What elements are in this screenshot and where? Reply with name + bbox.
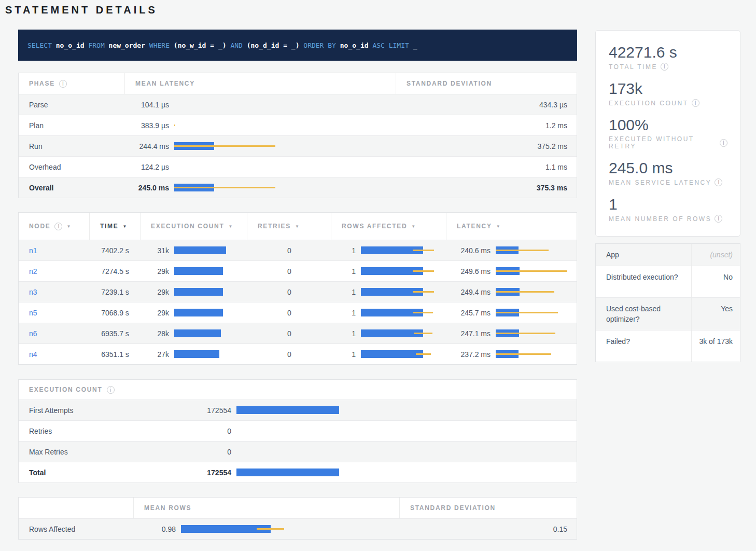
stat-label: MEAN NUMBER OF ROWSi [609, 215, 727, 223]
sql-keyword: SELECT [27, 42, 52, 49]
node-execution-count-cell: 29k [141, 261, 247, 281]
node-rows-affected-cell: 1 [331, 240, 446, 260]
stat-info-icon[interactable]: i [692, 99, 699, 107]
sort-arrow-icon[interactable]: ▼ [229, 224, 234, 229]
stat-value: 1 [609, 195, 727, 214]
latency-value: 249.6 ms [446, 267, 491, 276]
rows-stddev-value: 0.15 [400, 519, 578, 539]
attribute-label: Distributed execution? [596, 266, 692, 297]
column-header-label: ROWS AFFECTED [342, 223, 407, 230]
execution-count-value: 27k [141, 350, 169, 359]
execution-count-value: 31k [141, 246, 169, 255]
execution-count-column-header[interactable]: EXECUTION COUNT▼ [141, 213, 247, 240]
rows-standard-deviation-column-header: STANDARD DEVIATION [400, 498, 578, 518]
rows-affected-column-header[interactable]: ROWS AFFECTED▼ [331, 213, 446, 240]
row-label: Max Retries [29, 448, 68, 456]
sort-arrow-icon[interactable]: ▼ [411, 224, 416, 229]
stddev-whisker [174, 145, 275, 147]
sort-arrow-icon[interactable]: ▼ [122, 224, 128, 229]
node-retries-cell: 0 [247, 302, 331, 323]
execution-count-value: 29k [141, 309, 169, 317]
node-rows-affected-cell: 1 [331, 282, 446, 302]
stat-info-icon[interactable]: i [720, 139, 727, 147]
node-column-header[interactable]: NODEi▼ [19, 213, 90, 240]
stddev-whisker [413, 250, 434, 251]
standard-deviation-column-header: STANDARD DEVIATION [396, 73, 578, 94]
mean-rows-value: 0.98 [134, 525, 176, 533]
attribute-value: No [692, 266, 741, 297]
app-row: App(unset) [596, 244, 740, 266]
statement-summary-card: 42271.6 sTOTAL TIMEi173kEXECUTION COUNTi… [595, 30, 740, 237]
phase-name: Run [19, 136, 125, 156]
sort-arrow-icon[interactable]: ▼ [66, 224, 72, 229]
node-link[interactable]: n2 [29, 267, 37, 276]
column-header-label: RETRIES [258, 223, 291, 230]
bar-chart [174, 184, 392, 191]
attribute-label: App [596, 244, 692, 266]
mean-bar [174, 288, 223, 296]
stat-info-icon[interactable]: i [715, 215, 722, 223]
execution-count-label: Total [19, 462, 185, 483]
phase-stddev-value: 375.2 ms [396, 136, 578, 156]
bar-chart [236, 469, 568, 476]
rows-affected-table: MEAN ROWS STANDARD DEVIATION Rows Affect… [18, 497, 577, 540]
node-link[interactable]: n1 [29, 246, 37, 255]
latency-value: 237.2 ms [446, 350, 491, 359]
node-link[interactable]: n5 [29, 309, 37, 317]
time-column-header[interactable]: TIME▼ [90, 213, 141, 240]
rows-affected-row: Rows Affected0.980.15 [19, 518, 577, 539]
stddev-whisker [413, 270, 434, 272]
bar-chart [361, 246, 439, 254]
node-time-cell: 6351.1 s [90, 344, 141, 364]
sort-arrow-icon[interactable]: ▼ [496, 224, 501, 229]
execution-count-info-icon[interactable]: i [107, 386, 115, 394]
phase-table-row: Overall245.0 ms375.3 ms [19, 177, 577, 198]
execution-count-value-cell: 172554 [185, 400, 578, 420]
stddev-whisker [496, 312, 558, 313]
attribute-value: Yes [692, 298, 741, 330]
node-latency-cell: 240.6 ms [446, 240, 578, 260]
sql-keyword: ASC [372, 42, 384, 49]
stddev-whisker [496, 353, 551, 355]
node-latency-cell: 249.4 ms [446, 282, 578, 302]
stat-info-icon[interactable]: i [715, 178, 722, 186]
phase-info-icon[interactable]: i [59, 80, 67, 88]
sort-arrow-icon[interactable]: ▼ [295, 224, 300, 229]
stddev-whisker [257, 528, 284, 530]
stat-info-icon[interactable]: i [661, 63, 668, 71]
bar-chart [174, 350, 243, 358]
latency-column-header[interactable]: LATENCY▼ [446, 213, 578, 240]
node-id-cell: n3 [19, 282, 90, 302]
bar-chart [361, 309, 439, 316]
node-link[interactable]: n3 [29, 288, 37, 296]
statement-attributes-table: App(unset)Distributed execution?NoUsed c… [595, 243, 740, 362]
retries-column-header[interactable]: RETRIES▼ [247, 213, 331, 240]
node-link[interactable]: n6 [29, 329, 37, 338]
phase-table-row: Overhead124.2 µs1.1 ms [19, 156, 577, 177]
node-execution-count-cell: 29k [141, 302, 247, 323]
execution-count-value: 172554 [185, 406, 231, 415]
mean-latency-value: 124.2 µs [125, 163, 169, 171]
phase-stddev-value: 1.1 ms [396, 157, 578, 177]
phase-name: Overhead [19, 157, 125, 177]
sql-identifier: = [210, 42, 214, 49]
stddev-whisker [174, 125, 175, 126]
row-label: Total [29, 469, 46, 477]
phase-latency-table: PHASE i MEAN LATENCY STANDARD DEVIATION … [18, 73, 577, 198]
rows-affected-value: 1 [331, 329, 356, 338]
rows-affected-value: 1 [331, 267, 356, 276]
node-time-cell: 7402.2 s [90, 240, 141, 260]
phase-column-header: PHASE i [19, 73, 125, 94]
sql-identifier: _) [218, 42, 227, 49]
node-link[interactable]: n4 [29, 350, 37, 359]
node-retries-cell: 0 [247, 282, 331, 302]
distributed-execution-row: Distributed execution?No [596, 266, 740, 297]
attribute-value: 3k of 173k [692, 330, 741, 362]
stddev-whisker [413, 312, 433, 313]
phase-stddev-value: 1.2 ms [396, 115, 578, 135]
node-stats-table: NODEi▼TIME▼EXECUTION COUNT▼RETRIES▼ROWS … [18, 212, 577, 365]
mean-bar [174, 246, 226, 254]
node-info-icon[interactable]: i [54, 223, 62, 230]
bar-chart [174, 288, 243, 296]
stat-label-text: TOTAL TIME [609, 63, 657, 71]
